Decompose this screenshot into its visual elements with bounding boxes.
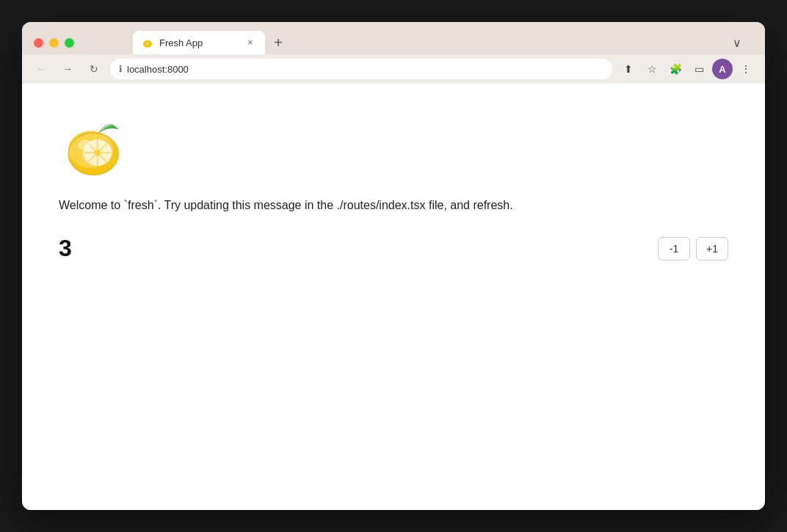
share-button[interactable]: ⬆ — [618, 59, 639, 79]
welcome-message: Welcome to `fresh`. Try updating this me… — [59, 197, 728, 214]
page-content: Welcome to `fresh`. Try updating this me… — [22, 84, 765, 510]
tab-favicon — [142, 37, 153, 48]
info-icon: ℹ — [119, 64, 123, 74]
traffic-lights — [34, 38, 74, 48]
tab-dropdown-button[interactable]: ∨ — [727, 32, 747, 53]
extensions-button[interactable]: 🧩 — [665, 59, 686, 79]
menu-icon: ⋮ — [741, 63, 751, 75]
address-bar-input[interactable]: ℹ localhost:8000 — [110, 59, 612, 79]
sidebar-button[interactable]: ▭ — [689, 59, 709, 79]
counter-value: 3 — [59, 235, 72, 262]
maximize-button[interactable] — [65, 38, 74, 48]
active-tab[interactable]: Fresh App × — [133, 31, 265, 54]
increment-button[interactable]: +1 — [696, 237, 728, 260]
title-bar: Fresh App × + ∨ ← → ↻ ℹ localhost:8000 — [22, 22, 765, 84]
back-button[interactable]: ← — [31, 59, 51, 79]
tab-close-button[interactable]: × — [244, 37, 256, 48]
bookmark-icon: ☆ — [648, 63, 657, 75]
menu-button[interactable]: ⋮ — [736, 59, 756, 79]
toolbar-actions: ⬆ ☆ 🧩 ▭ A ⋮ — [618, 59, 756, 79]
address-bar: ← → ↻ ℹ localhost:8000 ⬆ ☆ 🧩 — [22, 54, 765, 84]
svg-point-2 — [147, 43, 149, 45]
minimize-button[interactable] — [49, 38, 59, 48]
tab-title: Fresh App — [159, 37, 239, 48]
extensions-icon: 🧩 — [670, 63, 682, 75]
lemon-logo — [59, 113, 132, 179]
svg-point-10 — [94, 150, 101, 156]
bookmark-button[interactable]: ☆ — [642, 59, 662, 79]
forward-icon: → — [62, 63, 73, 75]
sidebar-icon: ▭ — [694, 63, 704, 75]
decrement-button[interactable]: -1 — [658, 237, 690, 260]
address-text: localhost:8000 — [127, 64, 603, 75]
new-tab-button[interactable]: + — [268, 32, 289, 53]
counter-buttons: -1 +1 — [658, 237, 728, 260]
profile-button[interactable]: A — [712, 59, 733, 79]
share-icon: ⬆ — [624, 63, 633, 75]
browser-window: Fresh App × + ∨ ← → ↻ ℹ localhost:8000 — [22, 22, 765, 510]
forward-button[interactable]: → — [57, 59, 78, 79]
counter-row: 3 -1 +1 — [59, 235, 728, 262]
reload-button[interactable]: ↻ — [84, 59, 104, 79]
reload-icon: ↻ — [90, 63, 98, 75]
tabs-row: Fresh App × + ∨ — [133, 31, 753, 54]
back-icon: ← — [36, 63, 46, 75]
close-button[interactable] — [34, 38, 43, 48]
